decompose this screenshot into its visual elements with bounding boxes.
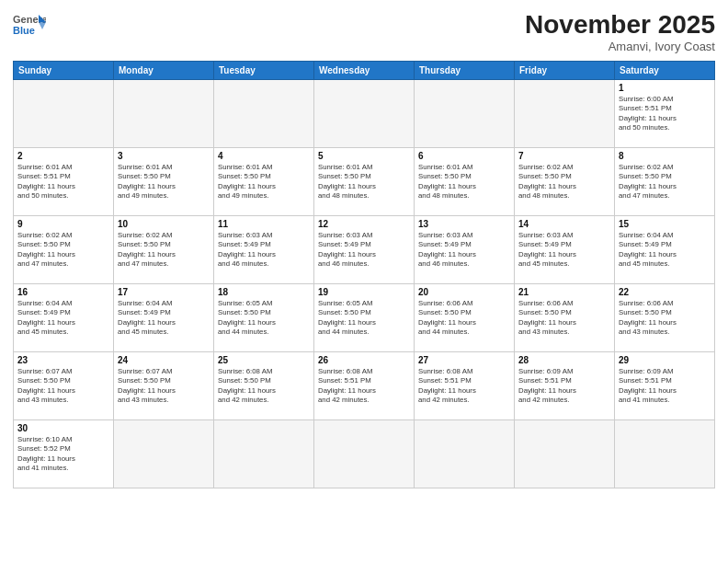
day-number: 12 <box>318 219 410 229</box>
day-number: 20 <box>418 287 510 297</box>
day-info: Sunrise: 6:07 AM Sunset: 5:50 PM Dayligh… <box>118 367 210 406</box>
day-info: Sunrise: 6:02 AM Sunset: 5:50 PM Dayligh… <box>17 231 109 270</box>
calendar-cell: 26Sunrise: 6:08 AM Sunset: 5:51 PM Dayli… <box>314 351 415 419</box>
logo: General Blue <box>13 11 46 37</box>
calendar-cell: 23Sunrise: 6:07 AM Sunset: 5:50 PM Dayli… <box>14 351 114 419</box>
calendar-cell <box>515 419 615 488</box>
day-info: Sunrise: 6:06 AM Sunset: 5:50 PM Dayligh… <box>418 299 510 338</box>
calendar-cell: 11Sunrise: 6:03 AM Sunset: 5:49 PM Dayli… <box>214 215 314 283</box>
day-number: 10 <box>118 219 210 229</box>
day-number: 8 <box>619 151 711 161</box>
header-day-tuesday: Tuesday <box>214 61 314 79</box>
calendar-cell: 13Sunrise: 6:03 AM Sunset: 5:49 PM Dayli… <box>415 215 515 283</box>
calendar-cell <box>114 79 214 147</box>
calendar-cell <box>314 79 415 147</box>
day-number: 21 <box>518 287 610 297</box>
day-number: 14 <box>518 219 610 229</box>
calendar-cell <box>214 79 314 147</box>
header-day-friday: Friday <box>515 61 615 79</box>
day-number: 26 <box>318 355 410 365</box>
header-day-sunday: Sunday <box>14 61 114 79</box>
calendar-cell <box>214 419 314 488</box>
calendar-cell <box>415 419 515 488</box>
calendar-cell: 4Sunrise: 6:01 AM Sunset: 5:50 PM Daylig… <box>214 147 314 215</box>
day-info: Sunrise: 6:01 AM Sunset: 5:50 PM Dayligh… <box>318 163 410 201</box>
week-row-5: 30Sunrise: 6:10 AM Sunset: 5:52 PM Dayli… <box>14 419 715 488</box>
header-row: SundayMondayTuesdayWednesdayThursdayFrid… <box>14 61 715 79</box>
day-number: 28 <box>518 355 610 365</box>
day-number: 3 <box>118 151 210 161</box>
day-info: Sunrise: 6:03 AM Sunset: 5:49 PM Dayligh… <box>218 231 310 270</box>
day-number: 1 <box>619 83 711 93</box>
day-info: Sunrise: 6:06 AM Sunset: 5:50 PM Dayligh… <box>619 299 711 338</box>
calendar-cell: 6Sunrise: 6:01 AM Sunset: 5:50 PM Daylig… <box>415 147 515 215</box>
calendar-cell: 2Sunrise: 6:01 AM Sunset: 5:51 PM Daylig… <box>14 147 114 215</box>
day-number: 30 <box>17 423 109 433</box>
day-info: Sunrise: 6:05 AM Sunset: 5:50 PM Dayligh… <box>218 299 310 338</box>
day-info: Sunrise: 6:02 AM Sunset: 5:50 PM Dayligh… <box>619 163 711 201</box>
calendar-cell: 17Sunrise: 6:04 AM Sunset: 5:49 PM Dayli… <box>114 283 214 351</box>
header-day-monday: Monday <box>114 61 214 79</box>
day-info: Sunrise: 6:04 AM Sunset: 5:49 PM Dayligh… <box>17 299 109 338</box>
day-info: Sunrise: 6:08 AM Sunset: 5:50 PM Dayligh… <box>218 367 310 406</box>
calendar-cell: 1Sunrise: 6:00 AM Sunset: 5:51 PM Daylig… <box>615 79 715 147</box>
day-number: 6 <box>418 151 510 161</box>
day-number: 16 <box>17 287 109 297</box>
calendar-cell: 22Sunrise: 6:06 AM Sunset: 5:50 PM Dayli… <box>615 283 715 351</box>
day-info: Sunrise: 6:10 AM Sunset: 5:52 PM Dayligh… <box>17 435 109 474</box>
calendar-cell <box>314 419 415 488</box>
calendar-cell: 10Sunrise: 6:02 AM Sunset: 5:50 PM Dayli… <box>114 215 214 283</box>
day-number: 7 <box>518 151 610 161</box>
day-number: 23 <box>17 355 109 365</box>
header-day-wednesday: Wednesday <box>314 61 415 79</box>
header-day-thursday: Thursday <box>415 61 515 79</box>
day-info: Sunrise: 6:01 AM Sunset: 5:50 PM Dayligh… <box>218 163 310 201</box>
week-row-4: 23Sunrise: 6:07 AM Sunset: 5:50 PM Dayli… <box>14 351 715 419</box>
calendar-cell: 20Sunrise: 6:06 AM Sunset: 5:50 PM Dayli… <box>415 283 515 351</box>
week-row-0: 1Sunrise: 6:00 AM Sunset: 5:51 PM Daylig… <box>14 79 715 147</box>
calendar-cell: 7Sunrise: 6:02 AM Sunset: 5:50 PM Daylig… <box>515 147 615 215</box>
calendar-cell <box>114 419 214 488</box>
header-day-saturday: Saturday <box>615 61 715 79</box>
day-info: Sunrise: 6:08 AM Sunset: 5:51 PM Dayligh… <box>318 367 410 406</box>
calendar-table: SundayMondayTuesdayWednesdayThursdayFrid… <box>13 61 715 488</box>
subtitle: Amanvi, Ivory Coast <box>525 40 715 53</box>
day-info: Sunrise: 6:03 AM Sunset: 5:49 PM Dayligh… <box>318 231 410 270</box>
calendar-cell: 12Sunrise: 6:03 AM Sunset: 5:49 PM Dayli… <box>314 215 415 283</box>
day-number: 2 <box>17 151 109 161</box>
calendar-cell <box>415 79 515 147</box>
calendar-header: SundayMondayTuesdayWednesdayThursdayFrid… <box>14 61 715 79</box>
day-info: Sunrise: 6:04 AM Sunset: 5:49 PM Dayligh… <box>619 231 711 270</box>
day-number: 25 <box>218 355 310 365</box>
svg-marker-3 <box>39 22 46 29</box>
day-info: Sunrise: 6:02 AM Sunset: 5:50 PM Dayligh… <box>518 163 610 201</box>
week-row-3: 16Sunrise: 6:04 AM Sunset: 5:49 PM Dayli… <box>14 283 715 351</box>
day-number: 24 <box>118 355 210 365</box>
calendar-cell: 29Sunrise: 6:09 AM Sunset: 5:51 PM Dayli… <box>615 351 715 419</box>
day-info: Sunrise: 6:03 AM Sunset: 5:49 PM Dayligh… <box>418 231 510 270</box>
calendar-cell: 14Sunrise: 6:03 AM Sunset: 5:49 PM Dayli… <box>515 215 615 283</box>
day-info: Sunrise: 6:07 AM Sunset: 5:50 PM Dayligh… <box>17 367 109 406</box>
title-block: November 2025 Amanvi, Ivory Coast <box>525 11 715 53</box>
calendar-cell: 27Sunrise: 6:08 AM Sunset: 5:51 PM Dayli… <box>415 351 515 419</box>
calendar-cell: 15Sunrise: 6:04 AM Sunset: 5:49 PM Dayli… <box>615 215 715 283</box>
day-number: 27 <box>418 355 510 365</box>
header: General Blue November 2025 Amanvi, Ivory… <box>13 11 715 53</box>
day-info: Sunrise: 6:01 AM Sunset: 5:50 PM Dayligh… <box>118 163 210 201</box>
calendar-cell <box>14 79 114 147</box>
day-number: 15 <box>619 219 711 229</box>
calendar-cell: 28Sunrise: 6:09 AM Sunset: 5:51 PM Dayli… <box>515 351 615 419</box>
day-info: Sunrise: 6:03 AM Sunset: 5:49 PM Dayligh… <box>518 231 610 270</box>
logo-icon: General Blue <box>13 11 46 37</box>
calendar-cell: 8Sunrise: 6:02 AM Sunset: 5:50 PM Daylig… <box>615 147 715 215</box>
day-number: 13 <box>418 219 510 229</box>
day-info: Sunrise: 6:09 AM Sunset: 5:51 PM Dayligh… <box>518 367 610 406</box>
calendar-cell: 21Sunrise: 6:06 AM Sunset: 5:50 PM Dayli… <box>515 283 615 351</box>
week-row-2: 9Sunrise: 6:02 AM Sunset: 5:50 PM Daylig… <box>14 215 715 283</box>
calendar-cell: 25Sunrise: 6:08 AM Sunset: 5:50 PM Dayli… <box>214 351 314 419</box>
day-info: Sunrise: 6:05 AM Sunset: 5:50 PM Dayligh… <box>318 299 410 338</box>
day-number: 18 <box>218 287 310 297</box>
day-info: Sunrise: 6:08 AM Sunset: 5:51 PM Dayligh… <box>418 367 510 406</box>
calendar-cell: 16Sunrise: 6:04 AM Sunset: 5:49 PM Dayli… <box>14 283 114 351</box>
day-info: Sunrise: 6:04 AM Sunset: 5:49 PM Dayligh… <box>118 299 210 338</box>
